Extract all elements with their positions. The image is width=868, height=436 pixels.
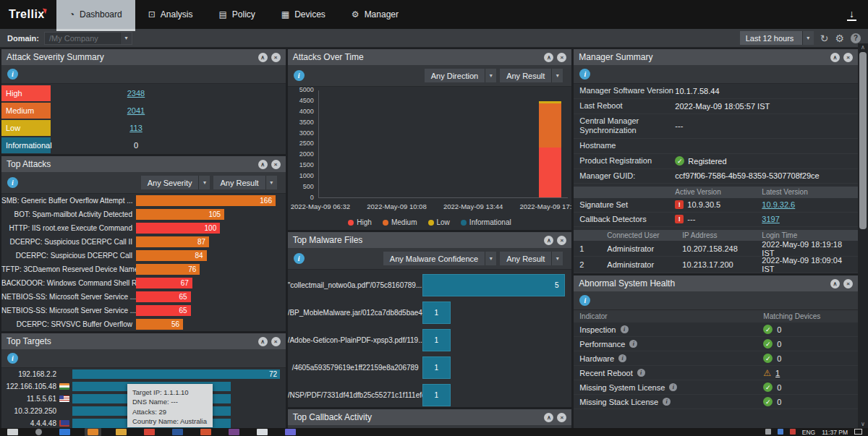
scroll-up-arrow[interactable]: ∧ — [858, 43, 868, 51]
attack-bar[interactable]: 105 — [136, 209, 224, 220]
info-icon[interactable]: i — [579, 295, 590, 306]
tooltip-line: DNS Name: --- — [132, 397, 208, 406]
target-bar[interactable]: 72 — [72, 369, 280, 379]
collapse-icon[interactable]: ∧ — [258, 337, 268, 346]
info-icon[interactable]: i — [637, 369, 645, 377]
close-icon[interactable]: × — [557, 236, 566, 245]
legend-dot — [461, 220, 467, 226]
severity-count-link[interactable]: 113 — [129, 124, 142, 132]
close-icon[interactable]: × — [557, 53, 566, 62]
info-icon[interactable]: i — [669, 383, 677, 391]
clock[interactable]: 11:37 PM — [822, 429, 848, 436]
attack-bar[interactable]: 65 — [136, 291, 191, 302]
info-icon[interactable]: i — [618, 354, 626, 362]
attack-bar[interactable]: 76 — [136, 264, 200, 275]
domain-label: Domain: — [7, 34, 39, 43]
direction-filter-select[interactable]: Any Direction▾ — [425, 69, 496, 82]
severity-count-link[interactable]: 2041 — [127, 106, 145, 115]
top-malware-chart: "collectmail_notwo0a.pdf"/075c8160789...… — [288, 270, 572, 407]
close-icon[interactable]: × — [843, 53, 853, 62]
bar-value: 65 — [179, 307, 187, 315]
collapse-icon[interactable]: ∧ — [258, 53, 268, 62]
attack-bar[interactable]: 67 — [136, 278, 192, 288]
info-icon[interactable]: i — [663, 398, 671, 406]
collapse-icon[interactable]: ∧ — [258, 160, 268, 169]
collapse-icon[interactable]: ∧ — [544, 53, 553, 62]
malware-confidence-filter-select[interactable]: Any Malware Confidence▾ — [383, 252, 496, 265]
gear-icon[interactable]: ⚙ — [835, 33, 844, 43]
start-button[interactable] — [7, 429, 18, 435]
attack-bar[interactable]: 56 — [136, 319, 183, 330]
taskbar-app-icon[interactable] — [59, 429, 70, 435]
tray-icon[interactable] — [790, 429, 796, 435]
taskbar-app-icon[interactable] — [88, 429, 98, 435]
tab-devices[interactable]: ▦ Devices — [268, 0, 339, 29]
close-icon[interactable]: × — [557, 413, 566, 422]
info-icon[interactable]: i — [294, 253, 305, 264]
download-icon[interactable]: ↓ — [847, 9, 856, 21]
attack-bar[interactable]: 84 — [136, 250, 207, 261]
tray-icon[interactable] — [765, 429, 771, 435]
latest-version-link[interactable]: 10.9.32.6 — [762, 200, 795, 209]
malware-bar[interactable]: 1 — [422, 329, 451, 351]
health-row: Inspectioni 0 — [574, 322, 858, 337]
panel-title: Abnormal System Health — [579, 278, 675, 288]
status-ok-icon — [763, 397, 773, 406]
info-icon[interactable]: i — [629, 340, 637, 348]
info-icon[interactable]: i — [294, 70, 305, 81]
latest-version-link[interactable]: 3197 — [762, 215, 779, 223]
attack-bar[interactable]: 65 — [136, 305, 191, 316]
info-icon[interactable]: i — [579, 69, 590, 80]
malware-bar[interactable]: 5 — [422, 274, 565, 296]
bar-row: HTTP: IIS root.exe Execute Command100 — [1, 221, 286, 235]
matching-devices-count-link[interactable]: 1 — [775, 369, 780, 377]
language-indicator[interactable]: ENG — [802, 429, 815, 436]
action-center-icon[interactable] — [854, 429, 862, 435]
file-explorer-icon[interactable] — [116, 429, 127, 435]
result-filter-select[interactable]: Any Result▾ — [213, 176, 276, 189]
close-icon[interactable]: × — [271, 160, 281, 169]
info-icon[interactable]: i — [7, 353, 18, 364]
close-icon[interactable]: × — [843, 279, 853, 288]
tab-manager[interactable]: ⚙ Manager — [339, 0, 412, 29]
collapse-icon[interactable]: ∧ — [830, 53, 840, 62]
powerpoint-icon[interactable] — [200, 429, 211, 435]
domain-select[interactable]: /My Company ▾ — [44, 32, 132, 45]
collapse-icon[interactable]: ∧ — [544, 413, 553, 422]
attack-bar[interactable]: 166 — [136, 195, 276, 206]
help-icon[interactable]: ? — [851, 33, 861, 43]
malware-bar[interactable]: 1 — [422, 302, 451, 324]
attack-bar[interactable]: 87 — [136, 236, 209, 247]
stacked-bar[interactable] — [539, 101, 561, 197]
close-icon[interactable]: × — [271, 53, 281, 62]
malware-bar[interactable]: 1 — [422, 356, 451, 379]
info-icon[interactable]: i — [7, 69, 18, 80]
scroll-down-arrow[interactable]: ∨ — [858, 420, 868, 428]
severity-filter-select[interactable]: Any Severity▾ — [141, 176, 210, 189]
onenote-icon[interactable] — [229, 429, 239, 435]
tray-icon[interactable] — [778, 429, 783, 435]
tab-policy[interactable]: ▤ Policy — [205, 0, 268, 29]
notepad-icon[interactable] — [257, 429, 268, 435]
malware-bar[interactable]: 1 — [422, 384, 451, 406]
scrollbar-thumb[interactable] — [859, 52, 867, 229]
search-icon[interactable] — [35, 429, 42, 435]
result-filter-select[interactable]: Any Result▾ — [500, 252, 563, 265]
attack-bar[interactable]: 100 — [136, 223, 220, 234]
close-icon[interactable]: × — [271, 337, 281, 346]
taskbar-app-icon[interactable] — [285, 429, 296, 435]
refresh-icon[interactable]: ↻ — [820, 33, 829, 43]
severity-count-link[interactable]: 2348 — [127, 89, 145, 98]
collapse-icon[interactable]: ∧ — [830, 279, 840, 288]
tab-dashboard[interactable]: ◔ Dashboard — [56, 0, 135, 29]
tab-analysis[interactable]: ⊡ Analysis — [135, 0, 206, 29]
result-filter-select[interactable]: Any Result▾ — [500, 69, 563, 82]
collapse-icon[interactable]: ∧ — [544, 236, 553, 245]
info-icon[interactable]: i — [7, 177, 18, 188]
chevron-down-icon: ▾ — [485, 69, 496, 82]
info-icon[interactable]: i — [621, 325, 629, 333]
taskbar-app-icon[interactable] — [144, 429, 155, 435]
column-left: Attack Severity Summary ∧ × i High 2348 … — [1, 49, 286, 436]
word-icon[interactable] — [172, 429, 183, 435]
time-range-select[interactable]: Last 12 hours ▾ — [740, 31, 814, 45]
